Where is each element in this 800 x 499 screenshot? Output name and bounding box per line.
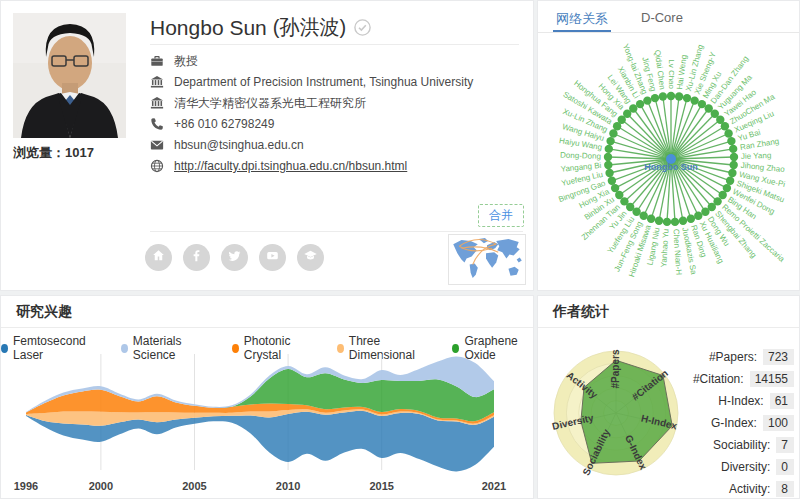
stat-label: G-Index: xyxy=(711,416,757,430)
radar-axis-label: #Papers xyxy=(610,349,621,388)
divider xyxy=(150,44,519,45)
network-node-label[interactable]: Chen Nian-H xyxy=(671,229,683,276)
contact-item: 教授 xyxy=(150,51,523,71)
author-stats-panel: 作者统计 #Papers#CitationH-IndexG-IndexSocia… xyxy=(537,295,800,499)
stat-label: #Papers: xyxy=(709,350,757,364)
network-node[interactable] xyxy=(728,169,736,177)
email-icon xyxy=(150,138,165,153)
network-node[interactable] xyxy=(663,218,671,226)
institution-icon xyxy=(150,75,165,90)
research-interests-title: 研究兴趣 xyxy=(1,296,533,328)
network-node[interactable] xyxy=(730,153,738,161)
network-node[interactable] xyxy=(640,212,648,220)
world-map-icon xyxy=(451,237,523,282)
stat-row: Activity:8 xyxy=(686,481,794,497)
briefcase-icon xyxy=(150,54,165,69)
social-link-twitter[interactable] xyxy=(221,244,248,271)
network-node[interactable] xyxy=(687,215,695,223)
stat-value: 0 xyxy=(776,459,794,475)
contact-item: Department of Precision Instrument, Tsin… xyxy=(150,72,523,92)
network-node[interactable] xyxy=(690,96,698,104)
check-badge-icon xyxy=(354,19,371,36)
network-panel: 网络关系D-Core Lv ChaoHai WengXu-Lin ZhangXi… xyxy=(537,0,800,291)
contact-text: 清华大学精密仪器系光电工程研究所 xyxy=(174,95,366,112)
youtube-icon xyxy=(265,248,280,267)
view-count-label: 浏览量： xyxy=(13,145,65,160)
network-node[interactable] xyxy=(606,137,614,145)
network-node[interactable] xyxy=(611,184,619,192)
x-axis-tick: 1996 xyxy=(14,480,38,492)
x-axis-tick: 2010 xyxy=(276,480,300,492)
network-node[interactable] xyxy=(675,92,683,100)
network-node[interactable] xyxy=(643,96,651,104)
contact-text: hbsun@tsinghua.edu.cn xyxy=(174,138,304,152)
network-node[interactable] xyxy=(683,94,691,102)
network-node[interactable] xyxy=(647,215,655,223)
network-node[interactable] xyxy=(679,217,687,225)
network-node[interactable] xyxy=(604,161,612,169)
phone-icon xyxy=(150,117,165,132)
network-node[interactable] xyxy=(729,145,737,153)
stat-row: H-Index:61 xyxy=(686,393,794,409)
network-node[interactable] xyxy=(667,92,675,100)
x-axis-tick: 2015 xyxy=(369,480,393,492)
network-node[interactable] xyxy=(724,129,732,137)
network-node[interactable] xyxy=(651,94,659,102)
network-node[interactable] xyxy=(659,92,667,100)
network-node[interactable] xyxy=(721,122,729,130)
author-stats-list: #Papers:723#Citation:14155H-Index:61G-In… xyxy=(686,349,794,499)
social-links-row xyxy=(145,244,324,271)
contact-item: +86 010 62798249 xyxy=(150,114,523,134)
x-axis-tick: 2000 xyxy=(89,480,113,492)
network-node-label[interactable]: Lv Chao xyxy=(667,59,676,89)
research-interests-panel: 研究兴趣 Femtosecond LaserMaterials ScienceP… xyxy=(0,295,534,499)
social-link-youtube[interactable] xyxy=(259,244,286,271)
network-node[interactable] xyxy=(655,217,663,225)
stat-label: Activity: xyxy=(729,482,770,496)
merge-button[interactable]: 合并 xyxy=(478,204,524,227)
network-node[interactable] xyxy=(727,137,735,145)
scholar-icon xyxy=(303,248,318,267)
social-link-scholar[interactable] xyxy=(297,244,324,271)
network-node-label[interactable]: Dong-Dong xyxy=(560,151,601,161)
network-node[interactable] xyxy=(726,177,734,185)
network-node[interactable] xyxy=(604,153,612,161)
contact-item: 清华大学精密仪器系光电工程研究所 xyxy=(150,93,523,113)
x-axis-tick: 2021 xyxy=(482,480,506,492)
network-node-label[interactable]: Jie Yang xyxy=(741,151,772,161)
network-node[interactable] xyxy=(608,177,616,185)
network-node[interactable] xyxy=(694,212,702,220)
network-node[interactable] xyxy=(605,169,613,177)
globe-icon xyxy=(150,159,165,174)
profile-name-cn: (孙洪波) xyxy=(273,14,346,41)
contact-text: 教授 xyxy=(174,53,198,70)
stat-row: G-Index:100 xyxy=(686,415,794,431)
stat-value: 14155 xyxy=(750,371,794,387)
network-tabbar: 网络关系D-Core xyxy=(538,1,799,33)
contact-list: 教授Department of Precision Instrument, Ts… xyxy=(150,51,523,177)
network-node[interactable] xyxy=(701,208,709,216)
stat-row: #Papers:723 xyxy=(686,349,794,365)
stat-row: Sociability:7 xyxy=(686,437,794,453)
network-node[interactable] xyxy=(609,129,617,137)
world-map-thumbnail[interactable] xyxy=(448,234,526,285)
network-node[interactable] xyxy=(671,218,679,226)
network-node[interactable] xyxy=(605,145,613,153)
tab-network-relations[interactable]: 网络关系 xyxy=(553,1,611,32)
stat-label: Sociability: xyxy=(713,438,770,452)
network-node-label[interactable]: Yanhao Yu xyxy=(659,229,670,268)
tab-d-core[interactable]: D-Core xyxy=(638,1,686,32)
stat-label: H-Index: xyxy=(718,394,763,408)
author-stats-radar: #Papers#CitationH-IndexG-IndexSociabilit… xyxy=(541,341,691,489)
social-link-home[interactable] xyxy=(145,244,172,271)
x-axis-tick: 2005 xyxy=(182,480,206,492)
network-center-label: Hongbo Sun xyxy=(644,162,698,172)
profile-website-link[interactable]: http://faculty.dpi.tsinghua.edu.cn/hbsun… xyxy=(174,159,407,173)
network-node[interactable] xyxy=(636,100,644,108)
profile-photo xyxy=(13,13,126,138)
profile-photo-illustration xyxy=(13,13,126,138)
network-node[interactable] xyxy=(730,161,738,169)
stat-value: 723 xyxy=(763,349,794,365)
social-link-facebook[interactable] xyxy=(183,244,210,271)
stat-label: #Citation: xyxy=(693,372,744,386)
